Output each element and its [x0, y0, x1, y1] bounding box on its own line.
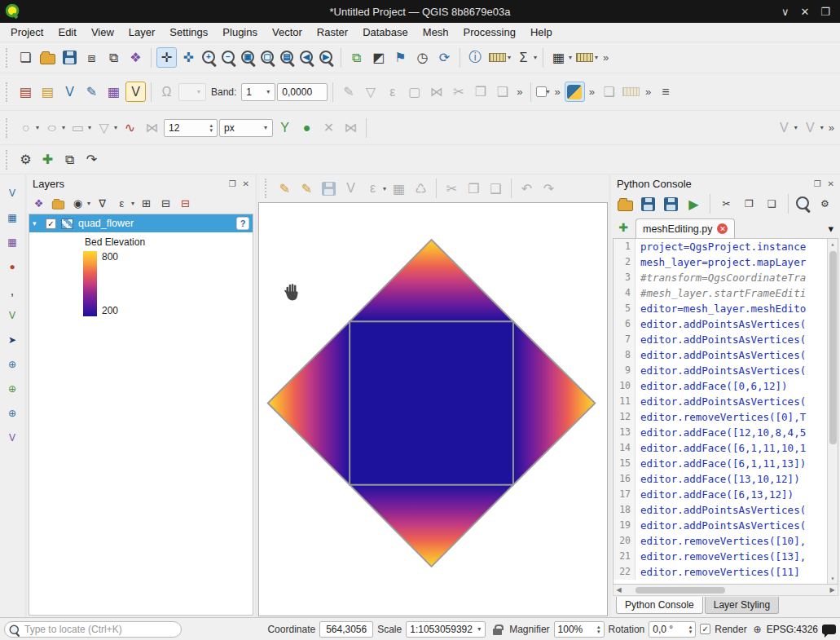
menu-plugins[interactable]: Plugins — [215, 24, 265, 40]
find-text-button[interactable] — [794, 195, 812, 213]
zoom-out-button[interactable]: − — [220, 49, 238, 67]
menu-layer[interactable]: Layer — [121, 24, 163, 40]
filter-legend-button[interactable]: ∇ — [94, 195, 111, 212]
circle-tool-button[interactable]: ○ — [15, 117, 36, 138]
add-vector-tile-layer-button[interactable]: V — [2, 427, 23, 448]
pan-to-selection-button[interactable]: ✜ — [178, 47, 199, 68]
add-arcgis-rest-layer-button[interactable]: ➤ — [2, 329, 23, 350]
measure-dropdown-arrow[interactable]: ▾ — [508, 54, 511, 61]
add-wcs-layer-button[interactable]: ⊕ — [2, 378, 23, 399]
redo-button[interactable]: ↷ — [539, 179, 559, 199]
new-editor-tab-button[interactable]: ✚ — [614, 218, 632, 236]
horizontal-scrollbar[interactable]: ◀ ▶ — [613, 585, 838, 596]
map-canvas[interactable] — [258, 202, 608, 616]
new-project-button[interactable]: ❏ — [15, 47, 36, 68]
vertex-tool-dropdown-arrow[interactable]: ▾ — [820, 124, 824, 131]
toolbar-overflow-button[interactable]: » — [643, 86, 653, 98]
layer-item-quad-flower[interactable]: ▾ ✓ quad_flower ? — [29, 214, 253, 232]
new-temporary-scratch-layer-button[interactable]: ✎ — [81, 82, 102, 102]
new-geopackage-layer-button[interactable]: ▤ — [15, 82, 36, 102]
toolbar-drag-handle[interactable] — [6, 118, 11, 138]
tab-mesh-editing[interactable]: meshEditing.py ✕ — [635, 218, 735, 238]
band-spinbox[interactable]: 1▾ — [241, 83, 275, 101]
vertical-scrollbar[interactable]: ▴ ▾ — [827, 239, 838, 584]
tracing-toggle-button[interactable]: Y — [275, 117, 295, 138]
tab-list-button[interactable]: ▾ — [828, 223, 837, 238]
layer-visibility-checkbox[interactable]: ✓ — [46, 218, 56, 229]
vertex-tool-all-layers-button[interactable]: V — [774, 117, 794, 138]
toolbar-overflow-button[interactable]: » — [587, 86, 597, 98]
add-mesh-layer-button[interactable]: ▦ — [2, 232, 23, 252]
zoom-to-selection-button[interactable]: ▢ — [259, 49, 277, 67]
style-manager-button[interactable]: ❖ — [125, 47, 146, 68]
copy-features-button[interactable]: ❐ — [470, 82, 490, 102]
save-script-as-button[interactable] — [661, 194, 681, 214]
close-button[interactable]: ✕ — [800, 6, 809, 18]
menu-processing[interactable]: Processing — [456, 24, 523, 40]
select-by-expression-button[interactable]: ε — [363, 179, 383, 199]
menu-settings[interactable]: Settings — [162, 24, 215, 40]
close-tab-icon[interactable]: ✕ — [717, 223, 728, 234]
table-dropdown-arrow[interactable]: ▾ — [569, 54, 572, 61]
spin-down-icon[interactable]: ▾ — [597, 629, 600, 634]
spatial-bookmarks-button[interactable]: ⚑ — [390, 47, 411, 68]
new-mesh-layer-button[interactable]: ▦ — [103, 82, 124, 102]
z-value-spinbox[interactable]: 0,0000 — [277, 83, 328, 101]
open-script-button[interactable] — [615, 194, 635, 214]
menu-edit[interactable]: Edit — [51, 24, 83, 40]
identify-features-button[interactable]: ⓘ — [465, 47, 486, 68]
pan-map-button[interactable]: ✛ — [156, 47, 177, 68]
select-mesh-by-expression-button[interactable]: ε — [382, 82, 402, 102]
rotation-spinbox[interactable]: 0,0 °▴▾ — [649, 621, 696, 638]
run-script-button[interactable]: ▶ — [684, 194, 704, 214]
new-print-layout-button[interactable]: ⧈ — [81, 47, 102, 68]
select-mesh-by-polygon-button[interactable]: ▽ — [360, 82, 380, 102]
code-editor[interactable]: 1project=QgsProject.instance 2mesh_layer… — [613, 238, 838, 585]
new-3d-map-view-button[interactable]: ◩ — [368, 47, 389, 68]
cut-features-button[interactable]: ✂ — [442, 179, 462, 199]
clear-selection-button[interactable]: ✕ — [319, 117, 339, 138]
manage-map-themes-button[interactable]: ◉ — [69, 195, 86, 212]
crs-status[interactable]: ⊕ EPSG:4326 — [751, 623, 818, 636]
rectangle-tool-button[interactable]: ▭ — [68, 117, 88, 138]
layer-crs-badge[interactable]: ? — [236, 217, 249, 230]
stroke-width-spinbox[interactable]: 12▴▾ — [164, 119, 218, 137]
vertex-tool-dropdown-arrow[interactable]: ▾ — [794, 124, 798, 131]
scroll-right-icon[interactable]: ▶ — [827, 586, 838, 594]
locator-input[interactable] — [4, 621, 182, 638]
cut-button[interactable]: ✂ — [716, 194, 737, 214]
toolbar-menu-button[interactable]: ≡ — [655, 82, 675, 102]
remove-layer-button[interactable]: ⊟ — [177, 195, 194, 212]
toolbar-drag-handle[interactable] — [6, 82, 11, 102]
new-virtual-layer-button[interactable]: V — [59, 82, 80, 102]
add-wfs-layer-button[interactable]: ⊕ — [2, 403, 23, 423]
menu-database[interactable]: Database — [355, 24, 416, 40]
new-map-view-button[interactable]: ⧉ — [346, 47, 367, 68]
cut-features-button[interactable]: ✂ — [448, 82, 468, 102]
measure-area-dropdown-arrow[interactable]: ▾ — [595, 54, 598, 61]
console-options-button[interactable]: ⚙ — [815, 194, 835, 214]
unit-combo[interactable]: px▾ — [219, 119, 273, 137]
move-view-button[interactable]: ↷ — [81, 149, 102, 170]
tracing-settings-button[interactable]: ● — [297, 117, 317, 138]
menu-help[interactable]: Help — [523, 24, 560, 40]
temporal-controller-button[interactable]: ◷ — [412, 47, 433, 68]
theme-dropdown-arrow[interactable]: ▾ — [547, 88, 550, 95]
float-panel-button[interactable]: ❐ — [229, 179, 236, 188]
filter-by-expression-button[interactable]: ε — [113, 195, 130, 212]
rectangle-dropdown-arrow[interactable]: ▾ — [88, 124, 91, 131]
add-wms-layer-button[interactable]: ⊕ — [2, 354, 23, 374]
menu-mesh[interactable]: Mesh — [416, 24, 456, 40]
tab-layer-styling[interactable]: Layer Styling — [705, 597, 779, 614]
scrollbar-thumb[interactable] — [829, 251, 837, 444]
menu-raster[interactable]: Raster — [310, 24, 355, 40]
toolbar-overflow-button[interactable]: » — [826, 121, 837, 134]
render-checkbox[interactable]: ✓ — [700, 624, 710, 634]
zoom-to-layer-button[interactable]: ▤ — [279, 49, 297, 67]
zoom-in-button[interactable]: + — [200, 49, 218, 67]
measure-area-button[interactable] — [574, 47, 595, 68]
add-group-button[interactable] — [50, 195, 67, 212]
expand-arrow-icon[interactable]: ▾ — [33, 219, 41, 227]
open-project-button[interactable] — [37, 47, 58, 68]
split-tool-button[interactable]: ⋈ — [142, 117, 162, 138]
